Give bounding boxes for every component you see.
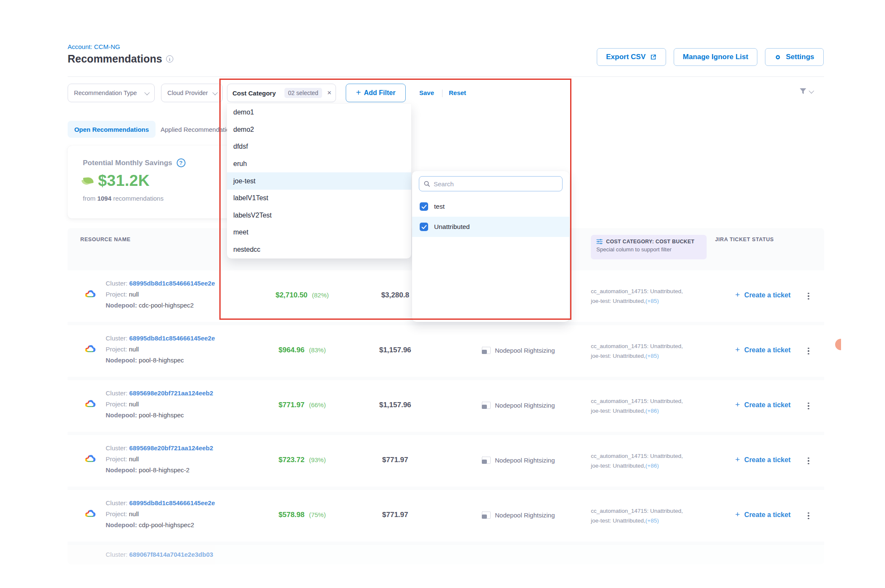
external-link-icon [650, 54, 657, 60]
nodepool-value: cdp-pool-highspec2 [139, 521, 194, 528]
info-icon[interactable]: i [166, 55, 173, 63]
row-menu-kebab-icon[interactable] [803, 291, 814, 302]
project-label: Project: [106, 291, 127, 298]
dropdown-item[interactable]: labelV1Test [227, 190, 411, 207]
cost-category-cell: cc_automation_14715: Unattributed, joe-t… [591, 286, 713, 306]
chevron-down-icon [213, 90, 218, 95]
cluster-link[interactable]: 68995db8d1c854666145ee2e [129, 335, 215, 342]
cost-category-more-link[interactable]: (+85) [645, 298, 659, 304]
savings-card-title: Potential Monthly Savings [83, 159, 172, 167]
project-value: null [129, 455, 139, 463]
chevron-down-icon [809, 88, 814, 93]
recommendation-type-value: Nodepool Rightsizing [495, 402, 555, 409]
cluster-link[interactable]: 6895698e20bf721aa124eeb2 [129, 389, 213, 397]
manage-ignore-list-button[interactable]: Manage Ignore List [674, 48, 758, 66]
monthly-savings-cell: $771.97 (66%) [254, 401, 351, 409]
dropdown-item-label: eruh [233, 160, 247, 168]
dropdown-item[interactable]: joe-test [227, 172, 411, 190]
cost-category-more-link[interactable]: (+85) [645, 517, 659, 524]
create-ticket-button[interactable]: + Create a ticket [710, 510, 816, 519]
create-ticket-button[interactable]: + Create a ticket [710, 455, 816, 464]
cost-category-cell: cc_automation_14715: Unattributed, joe-t… [591, 341, 713, 361]
create-ticket-label: Create a ticket [744, 291, 790, 299]
add-filter-button[interactable]: + Add Filter [346, 84, 406, 102]
dropdown-item[interactable]: demo1 [227, 104, 411, 121]
cost-category-line2: joe-test: Unattributed, [591, 463, 645, 469]
nodepool-label: Nodepool: [106, 357, 137, 364]
create-ticket-button[interactable]: + Create a ticket [710, 400, 816, 409]
cost-category-more-link[interactable]: (+85) [645, 353, 659, 359]
recommendation-type-cell: Nodepool Rightsizing [482, 512, 555, 519]
row-menu-kebab-icon[interactable] [803, 510, 814, 521]
gcp-cloud-icon [84, 289, 97, 301]
checkbox-checked-icon[interactable] [420, 223, 428, 231]
gcp-cloud-icon [84, 454, 97, 466]
monthly-savings-cell: $2,710.50 (82%) [254, 291, 351, 299]
table-row[interactable]: Cluster: 6895698e20bf721aa124eeb2 Projec… [68, 435, 824, 487]
cost-category-line1: cc_automation_14715: Unattributed, [591, 341, 713, 351]
recommendation-type-value: Nodepool Rightsizing [495, 347, 555, 354]
project-value: null [129, 400, 139, 408]
project-label: Project: [106, 346, 127, 353]
cluster-link[interactable]: 68995db8d1c854666145ee2e [129, 280, 215, 287]
dropdown-item[interactable]: meet [227, 224, 411, 241]
cost-category-more-link[interactable]: (+86) [645, 408, 659, 414]
gcp-cloud-icon [84, 344, 97, 356]
settings-button[interactable]: Settings [765, 48, 823, 66]
bucket-option[interactable]: test [412, 196, 569, 217]
row-menu-kebab-icon[interactable] [803, 346, 814, 357]
gcp-cloud-icon [84, 509, 97, 521]
table-row[interactable]: Cluster: 68995db8d1c854666145ee2e Projec… [68, 325, 824, 377]
savings-sub-suffix: recommendations [112, 195, 164, 202]
create-ticket-button[interactable]: + Create a ticket [710, 290, 816, 299]
savings-percent: (82%) [312, 291, 329, 299]
nodepool-label: Nodepool: [106, 466, 137, 474]
savings-value: $578.98 [279, 511, 304, 519]
search-input[interactable] [434, 180, 558, 188]
reset-filter-button[interactable]: Reset [449, 89, 466, 96]
cluster-link[interactable]: 6895698e20bf721aa124eeb2 [129, 444, 213, 452]
dropdown-item[interactable]: nestedcc [227, 241, 411, 259]
dropdown-item[interactable]: demo2 [227, 121, 411, 139]
table-row[interactable]: Cluster: 6895698e20bf721aa124eeb2 Projec… [68, 380, 824, 432]
table-row-partial[interactable]: Cluster: 689067f8414a7041e2e3db03 [68, 545, 824, 564]
cost-category-more-link[interactable]: (+86) [645, 463, 659, 469]
dropdown-item-label: labelsV2Test [233, 212, 272, 219]
dropdown-item[interactable]: labelsV2Test [227, 207, 411, 224]
recommendation-type-cell: Nodepool Rightsizing [482, 457, 555, 464]
plus-icon: + [735, 290, 740, 299]
cluster-link[interactable]: 689067f8414a7041e2e3db03 [129, 551, 213, 558]
save-filter-button[interactable]: Save [419, 89, 434, 96]
filter-panel-toggle[interactable] [799, 87, 813, 95]
dropdown-item-label: nestedcc [233, 246, 260, 253]
cluster-label: Cluster: [106, 551, 128, 558]
row-menu-kebab-icon[interactable] [803, 455, 814, 466]
potential-savings-card: Potential Monthly Savings ? $31.2K from … [68, 146, 238, 218]
cost-category-cell: cc_automation_14715: Unattributed, joe-t… [591, 451, 713, 471]
close-icon[interactable]: × [327, 89, 331, 97]
table-row[interactable]: Cluster: 68995db8d1c854666145ee2e Projec… [68, 490, 824, 542]
row-menu-kebab-icon[interactable] [803, 400, 814, 411]
cost-category-filter[interactable]: Cost Category 02 selected × [227, 84, 336, 102]
recommendations-page: Account: CCM-NG Recommendations i Export… [0, 0, 885, 588]
checkbox-checked-icon[interactable] [420, 202, 428, 211]
cluster-link[interactable]: 68995db8d1c854666145ee2e [129, 499, 215, 506]
manage-ignore-list-label: Manage Ignore List [683, 53, 748, 61]
cloud-provider-filter[interactable]: Cloud Provider [161, 84, 223, 102]
resource-info: Cluster: 6895698e20bf721aa124eeb2 Projec… [106, 388, 213, 421]
dropdown-item[interactable]: dfdsf [227, 138, 411, 155]
cost-category-line2: joe-test: Unattributed, [591, 408, 645, 414]
dropdown-item[interactable]: eruh [227, 155, 411, 173]
bucket-option[interactable]: Unattributed [412, 217, 569, 237]
account-breadcrumb[interactable]: Account: CCM-NG [68, 43, 120, 50]
export-csv-button[interactable]: Export CSV [597, 48, 666, 66]
recommendation-type-filter[interactable]: Recommendation Type [68, 84, 155, 102]
help-question-icon[interactable]: ? [177, 158, 186, 167]
cost-category-dropdown: demo1 demo2 dfdsf eruh joe-test labelV1T… [227, 104, 411, 259]
savings-count: 1094 [97, 195, 111, 202]
savings-value: $771.97 [279, 401, 304, 409]
tab-open-recommendations[interactable]: Open Recommendations [68, 121, 156, 138]
nodepool-value: cdc-pool-highspec2 [139, 302, 194, 309]
page-title-row: Recommendations i [68, 53, 173, 65]
create-ticket-button[interactable]: + Create a ticket [710, 345, 816, 354]
